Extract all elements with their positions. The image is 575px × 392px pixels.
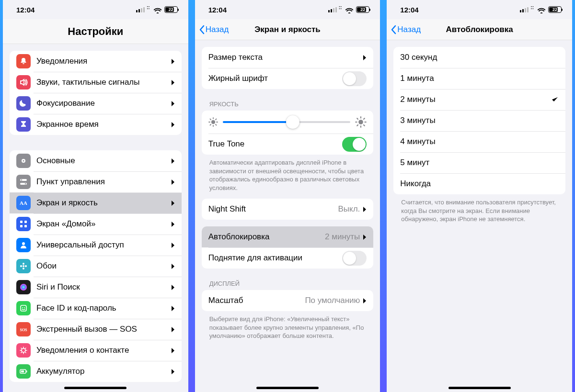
settings-group-1: УведомленияЗвуки, тактильные сигналыФоку… (10, 51, 182, 135)
wifi-icon (154, 7, 161, 12)
display-scroll[interactable]: Размер текста Жирный шрифт ЯРКОСТЬ True … (195, 40, 380, 392)
settings-row-siri[interactable]: Siri и Поиск (10, 277, 182, 298)
chevron-icon (171, 305, 175, 312)
svg-rect-14 (20, 221, 23, 223)
display-header: ДИСПЛЕЙ (195, 269, 380, 290)
chevron-icon (171, 179, 175, 185)
autolock-option[interactable]: 1 минута (393, 68, 565, 89)
autolock-option[interactable]: Никогда (393, 173, 565, 194)
brightness-slider-row[interactable] (202, 111, 374, 134)
nav-header: Настройки (3, 19, 188, 44)
settings-row-person[interactable]: Универсальный доступ (10, 235, 182, 256)
svg-rect-15 (24, 221, 27, 223)
home-indicator[interactable] (64, 387, 126, 389)
row-label: Face ID и код-пароль (36, 303, 171, 313)
true-tone-toggle[interactable] (342, 137, 367, 152)
svg-line-35 (25, 352, 26, 353)
text-size-row[interactable]: Размер текста (202, 47, 374, 68)
autolock-scroll[interactable]: 30 секунд1 минута2 минуты3 минуты4 минут… (387, 40, 572, 392)
battery-icon: 22 (356, 6, 369, 13)
autolock-option[interactable]: 3 минуты (393, 110, 565, 131)
chevron-icon (171, 158, 175, 164)
status-right: :: 22 (328, 6, 370, 13)
text-group: Размер текста Жирный шрифт (202, 47, 374, 89)
back-button[interactable]: Назад (391, 25, 421, 34)
night-shift-value: Выкл. (338, 204, 360, 214)
row-label: Основные (36, 156, 171, 166)
person-icon (16, 238, 31, 252)
svg-rect-40 (21, 370, 24, 372)
status-right: :: 22 (520, 6, 562, 13)
display-zoom-row[interactable]: Масштаб По умолчанию (202, 290, 374, 311)
chevron-icon (171, 263, 175, 269)
settings-row-moon[interactable]: Фокусирование (10, 93, 182, 114)
settings-row-battery[interactable]: Аккумулятор (10, 361, 182, 382)
settings-row-gear[interactable]: Основные (10, 150, 182, 171)
svg-point-21 (23, 268, 24, 269)
chevron-icon (171, 200, 175, 206)
autolock-footer: Считается, что внимание пользователя при… (387, 194, 572, 224)
settings-row-grid[interactable]: Экран «Домой» (10, 213, 182, 235)
chevron-icon (363, 298, 367, 304)
chevron-icon (171, 221, 175, 227)
true-tone-row[interactable]: True Tone (202, 134, 374, 155)
svg-point-23 (25, 265, 27, 267)
back-button[interactable]: Назад (199, 25, 229, 34)
auto-lock-label: Автоблокировка (208, 232, 325, 242)
cellular-secondary-icon: :: (530, 5, 534, 10)
settings-row-virus[interactable]: Уведомления о контакте (10, 340, 182, 361)
chevron-icon (363, 206, 367, 213)
chevron-icon (171, 326, 175, 333)
face-icon (16, 301, 31, 315)
settings-row-bell[interactable]: Уведомления (10, 51, 182, 72)
row-label: Уведомления о контакте (36, 346, 171, 355)
brightness-group: True Tone (202, 111, 374, 155)
true-tone-footer: Автоматически адаптировать дисплей iPhon… (195, 155, 380, 192)
bold-text-toggle[interactable] (342, 71, 367, 86)
nav-header: Назад Автоблокировка (387, 19, 572, 40)
autolock-options-group: 30 секунд1 минута2 минуты3 минуты4 минут… (393, 47, 565, 194)
text-size-label: Размер текста (208, 53, 363, 62)
back-label: Назад (206, 25, 229, 34)
battery-icon: 22 (548, 6, 562, 13)
option-label: 30 секунд (400, 53, 559, 62)
flower-icon (16, 259, 31, 273)
row-label: Экранное время (36, 120, 171, 129)
grid-icon (16, 217, 31, 231)
back-chevron-icon (199, 25, 205, 34)
svg-line-34 (21, 348, 22, 349)
battery-icon (16, 364, 31, 379)
settings-row-switches[interactable]: Пункт управления (10, 171, 182, 192)
svg-rect-25 (21, 305, 26, 311)
settings-row-speaker[interactable]: Звуки, тактильные сигналы (10, 72, 182, 93)
home-indicator[interactable] (256, 387, 319, 389)
raise-to-wake-toggle[interactable] (342, 251, 367, 266)
settings-row-sos[interactable]: SOSЭкстренный вызов — SOS (10, 319, 182, 340)
svg-point-11 (21, 179, 23, 181)
svg-rect-17 (24, 225, 27, 227)
settings-row-aa[interactable]: AAЭкран и яркость (10, 192, 182, 213)
back-label: Назад (397, 25, 421, 34)
settings-row-face[interactable]: Face ID и код-пароль (10, 298, 182, 319)
phone-auto-lock: 12:04 :: 22 Назад Автоблокировка 30 секу… (387, 0, 572, 392)
svg-point-27 (24, 307, 25, 308)
bold-text-row[interactable]: Жирный шрифт (202, 68, 374, 89)
raise-to-wake-row[interactable]: Поднятие для активации (202, 247, 374, 269)
autolock-option[interactable]: 5 минут (393, 152, 565, 173)
row-label: Экстренный вызов — SOS (36, 325, 171, 334)
autolock-option[interactable]: 30 секунд (393, 47, 565, 68)
autolock-option[interactable]: 2 минуты (393, 89, 565, 110)
home-indicator[interactable] (448, 387, 511, 389)
autolock-option[interactable]: 4 минуты (393, 131, 565, 152)
phone-settings: 12:04 :: 22 Настройки УведомленияЗвуки, … (3, 0, 188, 392)
status-bar: 12:04 :: 22 (3, 0, 188, 19)
settings-row-hourglass[interactable]: Экранное время (10, 114, 182, 135)
brightness-slider[interactable] (223, 121, 351, 123)
auto-lock-row[interactable]: Автоблокировка 2 минуты (202, 226, 374, 247)
settings-row-flower[interactable]: Обои (10, 256, 182, 277)
night-shift-row[interactable]: Night Shift Выкл. (202, 199, 374, 220)
row-label: Аккумулятор (36, 367, 171, 376)
settings-scroll[interactable]: УведомленияЗвуки, тактильные сигналыФоку… (3, 44, 188, 392)
status-bar: 12:04 :: 22 (195, 0, 380, 19)
display-zoom-label: Масштаб (208, 296, 305, 305)
